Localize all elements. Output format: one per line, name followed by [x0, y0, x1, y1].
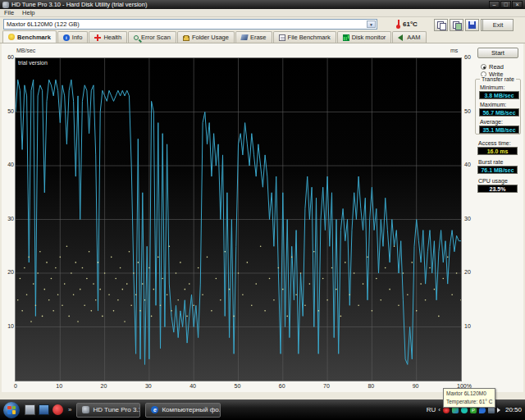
axis-tick-label: 0	[14, 383, 17, 389]
exit-button[interactable]: Exit	[482, 19, 514, 31]
menu-file[interactable]: File	[4, 9, 14, 16]
hdtune-task-icon	[82, 406, 89, 413]
eraser-icon	[240, 34, 248, 40]
quicklaunch-browser-icon[interactable]	[39, 404, 49, 415]
chevron-down-icon[interactable]: ▼	[367, 21, 376, 28]
tab-label: Disk monitor	[352, 34, 386, 41]
control-panel: Start Read Write Transfer rate Minimum: …	[472, 43, 523, 392]
temperature-tooltip: Maxtor 6L120M0 Temperature: 61° C	[443, 388, 495, 408]
tab-label: AAM	[407, 34, 420, 41]
taskbar-item-browser[interactable]: e Компьютерный фо...	[145, 403, 221, 418]
maximum-label: Maximum:	[480, 102, 506, 107]
tray-collapse-arrow[interactable]: ‹	[438, 406, 441, 413]
speaker-icon	[398, 34, 403, 41]
quicklaunch-show-desktop-icon[interactable]	[25, 404, 35, 415]
tab-label: Benchmark	[17, 34, 51, 41]
copy-file-icon	[453, 21, 460, 29]
axis-tick-label: 40	[2, 162, 14, 167]
axis-tick-label: 10	[464, 323, 471, 329]
save-icon	[468, 21, 476, 29]
axis-tick-label: 10	[2, 323, 14, 329]
minimum-label: Minimum:	[480, 84, 504, 90]
tab-erase[interactable]: Erase	[235, 31, 272, 43]
tab-label: Erase	[250, 34, 267, 41]
temperature-value: 61°C	[403, 21, 418, 28]
tooltip-drive-name: Maxtor 6L120M0	[446, 390, 492, 398]
transfer-rate-group: Transfer rate Minimum: 3.8 MB/sec Maximu…	[475, 79, 521, 135]
tab-label: Info	[72, 34, 83, 41]
tab-disk-monitor[interactable]: Disk monitor	[337, 31, 392, 43]
tab-info[interactable]: iInfo	[57, 31, 89, 43]
taskbar-item-hdtune[interactable]: HD Tune Pro 3.10 - ...	[76, 403, 140, 418]
axis-tick-label: 50	[235, 383, 241, 389]
clock[interactable]: 20:50	[505, 406, 522, 413]
tab-label: Folder Usage	[192, 34, 229, 41]
file-icon	[279, 34, 285, 41]
axis-tick-label: 70	[323, 383, 330, 389]
copy-icon	[437, 21, 445, 29]
folder-icon	[183, 36, 189, 41]
axis-tick-label: 30	[2, 216, 14, 221]
copy-to-file-button[interactable]	[450, 19, 463, 31]
tab-benchmark[interactable]: Benchmark	[2, 30, 57, 43]
axis-tick-label: 20	[101, 383, 107, 389]
tab-label: Health	[103, 34, 121, 41]
tab-folder-usage[interactable]: Folder Usage	[177, 31, 235, 43]
drive-select[interactable]: Maxtor 6L120M0 (122 GB) ▼	[3, 19, 377, 30]
axis-tick-label: 50	[2, 108, 14, 114]
tab-label: File Benchmark	[288, 34, 331, 41]
windows-logo-icon	[7, 406, 16, 414]
burst-rate-value: 76.1 MB/sec	[477, 166, 518, 174]
axis-tick-label: 60	[2, 54, 14, 60]
burst-rate-label: Burst rate	[478, 159, 503, 165]
axis-tick-label: 80	[368, 383, 374, 389]
start-menu-button[interactable]	[3, 402, 20, 418]
bulb-icon	[8, 34, 15, 40]
task-label: HD Tune Pro 3.10 - ...	[93, 406, 140, 413]
maximum-value: 56.7 MB/sec	[479, 108, 519, 116]
average-value: 35.1 MB/sec	[479, 126, 519, 134]
access-time-label: Access time:	[478, 140, 511, 146]
tab-health[interactable]: Health	[89, 31, 127, 43]
close-button[interactable]: ×	[512, 1, 523, 8]
chart-canvas	[16, 58, 461, 381]
axis-tick-label: 60	[464, 54, 471, 60]
trial-watermark: trial version	[18, 60, 48, 66]
axis-tick-label: 10	[56, 383, 62, 389]
window-title: HD Tune Pro 3.10 - Hard Disk Utility (tr…	[11, 1, 488, 8]
minimum-value: 3.8 MB/sec	[479, 91, 519, 99]
axis-tick-label: 30	[145, 383, 152, 389]
thermometer-icon	[396, 20, 400, 29]
tab-aam[interactable]: AAM	[392, 31, 426, 43]
axis-tick-label: 50	[464, 108, 471, 114]
maximize-button[interactable]: □	[500, 1, 511, 8]
read-label: Read	[489, 63, 504, 71]
info-icon: i	[63, 34, 70, 41]
cpu-usage-label: CPU usage	[478, 178, 508, 184]
transfer-rate-title: Transfer rate	[480, 76, 516, 82]
quicklaunch-opera-icon[interactable]	[52, 404, 63, 415]
axis-tick-label: 40	[189, 383, 196, 389]
volume-icon[interactable]	[497, 408, 500, 413]
tab-error-scan[interactable]: Error Scan	[128, 31, 176, 43]
axis-tick-label: 20	[464, 269, 471, 275]
quicklaunch-overflow-chevron[interactable]: »	[68, 406, 71, 413]
tab-file-benchmark[interactable]: File Benchmark	[273, 31, 336, 43]
task-label: Компьютерный фо...	[162, 406, 221, 413]
menu-bar: File Help	[0, 9, 525, 17]
drive-select-value: Maxtor 6L120M0 (122 GB)	[7, 21, 80, 28]
tab-label: Error Scan	[141, 34, 171, 41]
copy-to-clipboard-button[interactable]	[434, 19, 448, 31]
tooltip-temperature: Temperature: 61° C	[446, 398, 492, 406]
title-bar: HD Tune Pro 3.10 - Hard Disk Utility (tr…	[0, 0, 525, 9]
health-cross-icon	[94, 34, 101, 41]
minimize-button[interactable]: –	[489, 1, 500, 8]
app-icon	[2, 2, 9, 8]
save-button[interactable]	[465, 19, 479, 31]
read-radio[interactable]: Read	[481, 63, 504, 71]
start-button[interactable]: Start	[477, 48, 518, 58]
axis-tick-label: 40	[464, 162, 471, 167]
menu-help[interactable]: Help	[22, 9, 34, 16]
language-indicator[interactable]: RU	[427, 406, 436, 413]
toolbar: Maxtor 6L120M0 (122 GB) ▼ 61°C ↓ Exit	[0, 17, 525, 31]
